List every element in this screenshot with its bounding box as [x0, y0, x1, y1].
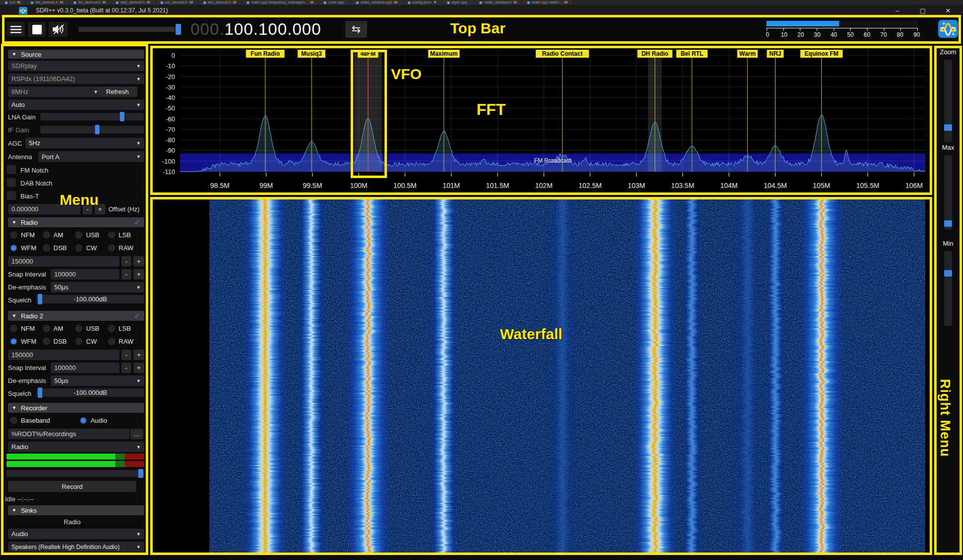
vscode-tab[interactable]: core.cpp — [319, 0, 351, 5]
sinks-section-header[interactable]: ▼Sinks — [8, 505, 144, 515]
vscode-tab[interactable]: fm_demod.h M — [69, 0, 111, 5]
max-slider[interactable] — [944, 155, 952, 230]
frequency-dim-digits[interactable]: 000. — [191, 20, 224, 38]
vscode-tab[interactable]: lsb_demod.h M — [26, 0, 69, 5]
offset-plus-button[interactable]: + — [95, 204, 105, 214]
snap-interval-input[interactable]: 100000 — [51, 363, 119, 373]
minimize-button[interactable]: – — [886, 7, 908, 14]
mode-lsb[interactable]: LSB — [108, 324, 141, 333]
agc-select[interactable]: 5Hz▼ — [25, 138, 144, 148]
frequency-digits[interactable]: 100.100.000 — [224, 20, 321, 38]
deemphasis-select[interactable]: 50µs▼ — [51, 282, 144, 292]
maximize-button[interactable]: ▢ — [912, 7, 934, 14]
if-gain-slider-handle[interactable] — [95, 125, 99, 134]
vscode-tab[interactable]: dsb_demod.h M — [111, 0, 155, 5]
zoom-slider-handle[interactable] — [944, 124, 952, 131]
mode-dsb[interactable]: DSB — [43, 337, 76, 346]
bandwidth-plus-button[interactable]: + — [133, 350, 144, 360]
bandwidth-plus-button[interactable]: + — [133, 256, 144, 267]
mode-raw[interactable]: RAW — [108, 337, 141, 346]
mode-nfm[interactable]: NFM — [10, 230, 43, 239]
bandwidth-input[interactable]: 150000 — [8, 256, 119, 267]
vscode-tab[interactable]: config.json ✕ — [403, 0, 442, 5]
mode-cw[interactable]: CW — [75, 243, 108, 252]
bandwidth-minus-button[interactable]: - — [121, 350, 131, 360]
vscode-tab[interactable]: am_demod.h M — [198, 0, 242, 5]
recording-path-input[interactable]: %ROOT%/Recordings — [8, 429, 129, 439]
source-device-select[interactable]: RSPdx (191106DA42)▼ — [8, 74, 144, 84]
stop-button[interactable] — [28, 22, 46, 37]
mode-wfm[interactable]: WFM — [10, 337, 43, 346]
fft-display[interactable] — [153, 48, 930, 192]
vscode-tab[interactable]: cw_demod.h M — [156, 0, 198, 5]
mode-raw[interactable]: RAW — [108, 243, 141, 252]
snap-minus-button[interactable]: - — [121, 363, 131, 373]
browse-button[interactable]: ... — [130, 429, 143, 439]
squelch-slider[interactable]: -100.000dB — [36, 295, 144, 303]
enabled-check-icon[interactable]: ✓ — [134, 218, 140, 227]
deemphasis-select[interactable]: 50µs▼ — [51, 375, 144, 386]
bias-t-checkbox[interactable] — [7, 191, 16, 200]
mute-button[interactable] — [49, 22, 68, 37]
dab-notch-checkbox[interactable] — [7, 178, 16, 187]
sink-device-select[interactable]: Speakers (Realtek High Definition Audio)… — [8, 542, 144, 552]
vscode-tab[interactable]: main.cpp frequency_manager\... M — [242, 0, 319, 5]
fm-notch-checkbox[interactable] — [7, 165, 16, 174]
frequency-display[interactable]: 000.100.100.000 — [191, 19, 321, 40]
recorder-volume-slider[interactable] — [6, 470, 144, 477]
snap-plus-button[interactable]: + — [133, 363, 144, 373]
vscode-tab[interactable]: style.cpp — [442, 0, 475, 5]
recorder-stream-select[interactable]: Radio▼ — [8, 442, 144, 452]
snap-minus-button[interactable]: - — [121, 269, 131, 280]
mode-nfm[interactable]: NFM — [10, 324, 43, 333]
volume-slider-handle[interactable] — [176, 24, 181, 35]
vscode-tab[interactable]: main_window.cpp M — [351, 0, 403, 5]
samplerate-select[interactable]: 8MHz▼ — [8, 87, 101, 97]
antenna-select[interactable]: Port A▼ — [38, 151, 144, 162]
close-button[interactable]: ✕ — [937, 7, 959, 14]
offset-minus-button[interactable]: - — [83, 204, 93, 214]
vscode-tab[interactable]: d.h M — [0, 0, 26, 5]
vscode-tab[interactable]: main.cpp radio\... M — [522, 0, 573, 5]
offset-input[interactable]: 0.000000 — [8, 204, 81, 214]
snap-plus-button[interactable]: + — [133, 269, 144, 280]
mode-usb[interactable]: USB — [75, 230, 108, 239]
if-mode-select[interactable]: Auto▼ — [8, 99, 144, 110]
recorder-baseband-option[interactable]: Baseband — [10, 416, 80, 425]
mode-am[interactable]: AM — [43, 230, 76, 239]
refresh-button[interactable]: Refresh — [97, 87, 137, 97]
min-slider-handle[interactable] — [944, 270, 952, 277]
enabled-check-icon[interactable]: ✓ — [134, 311, 140, 320]
volume-slider[interactable] — [79, 27, 175, 32]
squelch-slider[interactable]: -100.000dB — [36, 388, 144, 397]
mode-lsb[interactable]: LSB — [108, 230, 141, 239]
mode-usb[interactable]: USB — [75, 324, 108, 333]
if-gain-slider[interactable] — [40, 126, 144, 133]
vscode-tab[interactable]: main_window.h M — [475, 0, 522, 5]
lna-gain-slider[interactable] — [40, 113, 144, 120]
tuning-mode-button[interactable]: ⇆ — [345, 21, 367, 38]
mode-am[interactable]: AM — [43, 324, 76, 333]
bandwidth-minus-button[interactable]: - — [121, 256, 131, 267]
max-slider-handle[interactable] — [944, 220, 952, 227]
recorder-section-header[interactable]: ▼Recorder — [8, 403, 144, 413]
squelch-slider-handle[interactable] — [38, 387, 42, 398]
radio2-section-header[interactable]: ▼Radio 2 ✓ — [8, 311, 144, 321]
recorder-audio-option[interactable]: Audio — [80, 416, 140, 425]
source-driver-select[interactable]: SDRplay▼ — [8, 61, 144, 71]
hamburger-menu-button[interactable] — [7, 22, 25, 37]
bandwidth-input[interactable]: 150000 — [8, 350, 119, 360]
mode-dsb[interactable]: DSB — [43, 243, 76, 252]
squelch-slider-handle[interactable] — [38, 294, 42, 304]
source-section-header[interactable]: ▼Source — [8, 50, 144, 59]
radio-section-header[interactable]: ▼Radio ✓ — [8, 217, 144, 227]
sink-type-select[interactable]: Audio▼ — [8, 529, 144, 539]
lna-gain-slider-handle[interactable] — [120, 112, 124, 121]
record-button[interactable]: Record — [8, 481, 136, 492]
mode-wfm[interactable]: WFM — [10, 243, 43, 252]
mode-cw[interactable]: CW — [75, 337, 108, 346]
recorder-volume-handle[interactable] — [138, 469, 143, 478]
waterfall-display[interactable] — [153, 199, 930, 553]
snap-interval-input[interactable]: 100000 — [51, 269, 119, 280]
min-slider[interactable] — [944, 251, 952, 326]
